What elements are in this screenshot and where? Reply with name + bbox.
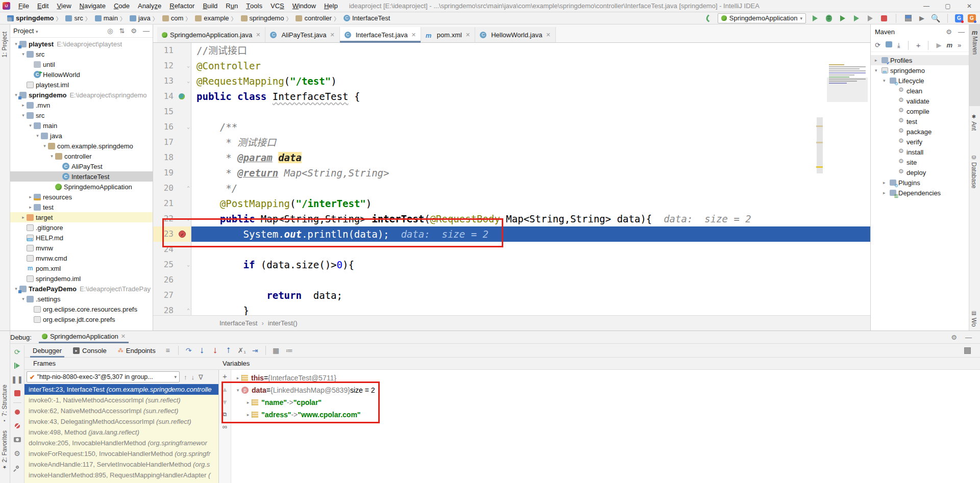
down-frame-icon[interactable]: ↓ <box>191 373 195 381</box>
editor-scrollbar[interactable] <box>816 61 824 315</box>
frame-row[interactable]: invoke0:-1, NativeMethodAccessorImpl (su… <box>24 395 218 405</box>
maven-item-clean[interactable]: clean <box>871 86 969 96</box>
close-tab-icon[interactable]: ✕ <box>546 32 550 38</box>
tree-item-.settings[interactable]: ▾.settings <box>10 294 153 304</box>
gutter-line-27[interactable]: 27 <box>153 288 191 303</box>
debug-button[interactable] <box>824 14 834 23</box>
stop-button[interactable] <box>879 14 889 23</box>
maven-item-site[interactable]: site <box>871 157 969 167</box>
maven-item-Lifecycle[interactable]: ▾Lifecycle <box>871 75 969 86</box>
add-maven-project-icon[interactable]: + <box>916 41 921 49</box>
maven-item-Dependencies[interactable]: ▸Dependencies <box>871 188 969 198</box>
close-tab-icon[interactable]: ✕ <box>411 32 416 38</box>
tab-console[interactable]: ▸Console <box>68 343 111 358</box>
tree-item-org.eclipse.core.resources.prefs[interactable]: org.eclipse.core.resources.prefs <box>10 304 153 314</box>
gutter-line-11[interactable]: 11 <box>153 43 191 58</box>
gutter-line-24[interactable]: 24 <box>153 242 191 257</box>
breadcrumb-item-controller[interactable]: controller〉 <box>296 14 341 22</box>
coverage-button[interactable] <box>838 14 847 23</box>
tree-item-InterfaceTest[interactable]: CInterfaceTest <box>10 171 153 182</box>
gutter-line-19[interactable]: 19 <box>153 165 191 181</box>
run-anything-icon[interactable]: ▶ <box>917 14 926 23</box>
tool-window-favorites[interactable]: ★2: Favorites <box>1 430 8 470</box>
tree-item-.mvn[interactable]: ▸.mvn <box>10 100 153 110</box>
tree-item-HellowWorld[interactable]: CHellowWorld <box>10 69 153 80</box>
fold-icon[interactable]: ⌄ <box>187 257 190 272</box>
tool-window-maven[interactable]: m Maven <box>969 24 980 106</box>
tree-item-mvnw.cmd[interactable]: mvnw.cmd <box>10 253 153 263</box>
close-button[interactable]: ✕ <box>959 0 980 12</box>
move-down-icon[interactable]: ▼ <box>222 398 228 406</box>
fold-icon[interactable]: ⌄ <box>187 73 190 89</box>
maven-item-Profiles[interactable]: ▸Profiles <box>871 55 969 65</box>
maven-item-springdemo[interactable]: ▾springdemo <box>871 65 969 75</box>
profiler-button[interactable] <box>852 14 861 23</box>
restore-layout-icon[interactable] <box>962 345 973 355</box>
hide-icon[interactable]: — <box>958 28 965 36</box>
show-watches-icon[interactable]: ∞ <box>223 423 227 430</box>
variable-row[interactable]: ▸this = {InterfaceTest@5711} <box>234 372 980 384</box>
spring-bean-icon[interactable] <box>179 93 185 99</box>
run-button[interactable] <box>811 14 820 23</box>
locate-icon[interactable]: ◎ <box>107 27 113 35</box>
run-to-cursor-icon[interactable]: ⇥ <box>250 345 261 355</box>
gutter-line-28[interactable]: 28⌃ <box>153 303 191 315</box>
tree-item-SpringdemoApplication[interactable]: SpringdemoApplication <box>10 182 153 192</box>
close-tab-icon[interactable]: ✕ <box>256 32 260 38</box>
tree-item-org.eclipse.jdt.core.prefs[interactable]: org.eclipse.jdt.core.prefs <box>10 314 153 324</box>
gear-icon[interactable]: ⚙ <box>951 334 957 341</box>
force-step-into-icon[interactable]: ⭣ <box>210 345 221 355</box>
gutter-line-17[interactable]: 17 <box>153 135 191 150</box>
close-icon[interactable]: ✕ <box>121 333 126 340</box>
close-tab-icon[interactable]: ✕ <box>330 32 335 38</box>
tree-item-playtest.iml[interactable]: playtest.iml <box>10 80 153 90</box>
frame-row[interactable]: doInvoke:205, InvocableHandlerMethod (or… <box>24 438 218 448</box>
hide-icon[interactable]: — <box>143 27 150 35</box>
tree-item-TradePayDemo[interactable]: ▾TradePayDemoE:\ideaproject\TradePay <box>10 284 153 294</box>
tree-item-src[interactable]: ▾src <box>10 110 153 120</box>
build-icon[interactable] <box>704 14 713 23</box>
thread-dropdown[interactable]: ✔ "http-nio-8080-exec-3"@5,307 in group.… <box>27 371 180 383</box>
breadcrumb-item-main[interactable]: main〉 <box>95 14 128 22</box>
frame-row[interactable]: invoke:43, DelegatingMethodAccessorImpl … <box>24 416 218 427</box>
tool-window-structure[interactable]: ▪7: Structure <box>1 385 8 423</box>
tab-debugger[interactable]: Debugger <box>28 343 66 358</box>
up-frame-icon[interactable]: ↑ <box>184 373 187 381</box>
gutter-line-16[interactable]: 16⌄ <box>153 119 191 135</box>
tool-window-ant[interactable]: ✱Ant <box>970 114 977 131</box>
breadcrumb-item-com[interactable]: com〉 <box>162 14 193 22</box>
frame-row[interactable]: invokeHandlerMethod:895, RequestMappingH… <box>24 470 218 480</box>
code-area[interactable]: 11//测试接口12⌄@Controller13⌄@RequestMapping… <box>153 43 870 315</box>
tree-item-test[interactable]: ▸test <box>10 202 153 212</box>
frame-row[interactable]: invokeAndHandle:117, ServletInvocableHan… <box>24 459 218 470</box>
gutter-line-25[interactable]: 25⌄ <box>153 257 191 272</box>
maven-item-test[interactable]: test <box>871 116 969 126</box>
menu-refactor[interactable]: Refactor <box>165 0 199 12</box>
gutter-line-20[interactable]: 20⌃ <box>153 181 191 196</box>
run-config-dropdown[interactable]: SpringdemoApplication ▾ <box>718 13 806 23</box>
tree-item-src[interactable]: ▾src <box>10 49 153 59</box>
tree-item-resources[interactable]: ▸resources <box>10 192 153 202</box>
frame-row[interactable]: interTest:23, InterfaceTest (com.example… <box>24 384 218 395</box>
rerun-icon[interactable]: ⟳ <box>12 347 22 357</box>
gutter-line-12[interactable]: 12⌄ <box>153 58 191 73</box>
translate-alt-icon[interactable]: G <box>968 14 976 22</box>
menu-build[interactable]: Build <box>199 0 222 12</box>
tree-item-playtest[interactable]: ▾playtestE:\ideaproject\playtest <box>10 39 153 49</box>
tree-item-target[interactable]: ▸target <box>10 212 153 222</box>
fold-icon[interactable]: ⌃ <box>187 181 190 196</box>
fold-icon[interactable]: ⌃ <box>187 303 190 315</box>
menu-edit[interactable]: Edit <box>33 0 53 12</box>
drop-frame-icon[interactable]: ✗₁ <box>236 345 248 355</box>
gear-icon[interactable]: ⚙ <box>131 27 137 35</box>
gutter-line-26[interactable]: 26 <box>153 272 191 288</box>
tree-item-until[interactable]: until <box>10 59 153 69</box>
breadcrumb-item-springdemo[interactable]: springdemo〉 <box>241 14 294 22</box>
breadcrumb-item-InterfaceTest[interactable]: CInterfaceTest <box>344 14 390 22</box>
collapse-all-icon[interactable]: ⇅ <box>119 27 125 35</box>
gutter-line-15[interactable]: 15 <box>153 104 191 119</box>
resume-icon[interactable] <box>12 361 22 370</box>
fold-icon[interactable]: ⌄ <box>187 119 190 135</box>
fold-icon[interactable]: ⌄ <box>187 211 190 226</box>
frame-row[interactable]: invoke:62, NativeMethodAccessorImpl (sun… <box>24 405 218 416</box>
